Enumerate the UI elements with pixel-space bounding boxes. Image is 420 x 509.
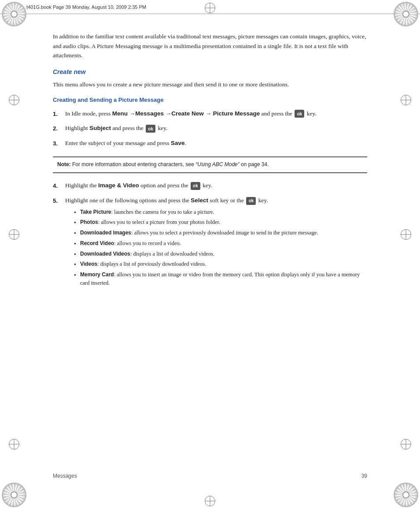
crosshair-right-upper	[401, 95, 411, 105]
step-3: 3. Enter the subject of your message and…	[53, 139, 367, 149]
step-1-content: In Idle mode, press Menu →Messages →Crea…	[65, 109, 367, 119]
creating-section-heading: Creating and Sending a Picture Message	[53, 96, 367, 104]
step-2-number: 2.	[53, 124, 65, 134]
crosshair-left-upper	[9, 95, 19, 105]
crosshair-left-mid	[9, 229, 19, 240]
step-4: 4. Highlight the Image & Video option an…	[53, 181, 367, 191]
bullet-photos: Photos: allows you to select a picture f…	[74, 218, 367, 227]
step-5: 5. Highlight one of the following option…	[53, 196, 367, 290]
step-1-number: 1.	[53, 109, 65, 119]
note-text: For more information about entering char…	[71, 161, 195, 167]
crosshair-bottom-center	[205, 496, 215, 506]
corner-decoration-bottom-left	[2, 483, 26, 507]
step-2: 2. Highlight Subject and press the ok ke…	[53, 124, 367, 134]
step-3-content: Enter the subject of your message and pr…	[65, 139, 367, 148]
step-5-content: Highlight one of the following options a…	[65, 196, 367, 290]
crosshair-top-center	[205, 3, 215, 13]
bullet-videos: Videos: displays a list of previously do…	[74, 260, 367, 268]
bullet-take-picture: Take Picture: launches the camera for yo…	[74, 208, 367, 216]
bullet-record-video: Record Video: allows you to record a vid…	[74, 239, 367, 248]
crosshair-right-low	[401, 439, 411, 450]
step-1: 1. In Idle mode, press Menu →Messages →C…	[53, 109, 367, 119]
crosshair-left-low	[9, 439, 19, 450]
ok-key-4: ok	[191, 182, 200, 190]
footer-section: Messages	[53, 473, 77, 479]
corner-decoration-top-right	[394, 2, 418, 26]
create-new-heading: Create new	[53, 67, 367, 77]
page-footer: Messages 39	[53, 473, 367, 479]
corner-decoration-top-left	[2, 2, 26, 26]
note-label: Note:	[57, 161, 71, 167]
footer-page: 39	[361, 473, 367, 479]
corner-decoration-bottom-right	[394, 483, 418, 507]
note-box: Note: For more information about enterin…	[53, 156, 367, 173]
bullet-list: Take Picture: launches the camera for yo…	[65, 208, 367, 287]
intro-paragraph: In addition to the familiar text content…	[53, 32, 367, 60]
note-italic: “Using ABC Mode”	[195, 161, 239, 167]
note-text2: on page 34.	[239, 161, 269, 167]
step-4-content: Highlight the Image & Video option and p…	[65, 181, 367, 190]
steps-list-part2: 4. Highlight the Image & Video option an…	[53, 181, 367, 290]
bullet-downloaded-videos: Downloaded Videos: displays a list of do…	[74, 250, 367, 258]
create-new-description: This menu allows you to create a new pic…	[53, 80, 367, 89]
step-3-number: 3.	[53, 139, 65, 149]
main-content: In addition to the familiar text content…	[53, 32, 367, 290]
step-4-number: 4.	[53, 181, 65, 191]
ok-key-1: ok	[295, 110, 304, 118]
crosshair-right-mid	[401, 229, 411, 240]
bullet-memory-card: Memory Card: allows you to insert an ima…	[74, 271, 367, 287]
steps-list-part1: 1. In Idle mode, press Menu →Messages →C…	[53, 109, 367, 149]
ok-key-2: ok	[146, 125, 155, 133]
ok-key-5: ok	[246, 197, 256, 205]
header-text: t401G.book Page 39 Monday, August 10, 20…	[26, 4, 146, 10]
step-5-number: 5.	[53, 196, 65, 206]
bullet-downloaded-images: Downloaded Images: allows you to select …	[74, 229, 367, 237]
step-2-content: Highlight Subject and press the ok key.	[65, 124, 367, 133]
